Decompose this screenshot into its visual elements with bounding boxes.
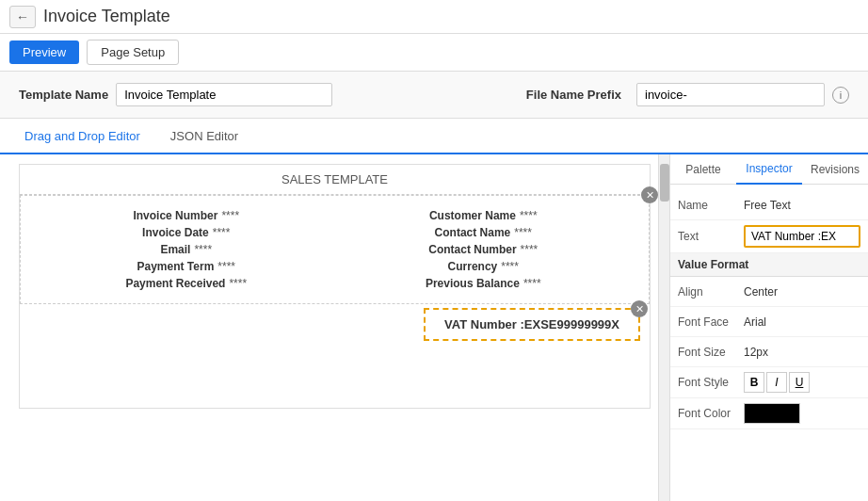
- file-name-prefix-input[interactable]: [636, 83, 825, 106]
- vat-close-button[interactable]: ✕: [631, 300, 648, 317]
- tab-drag-drop-editor[interactable]: Drag and Drop Editor: [9, 119, 155, 154]
- sales-template: SALES TEMPLATE ✕ Invoice Number **** Cus…: [19, 164, 651, 409]
- list-item: Payment Term ****: [38, 260, 335, 273]
- preview-button[interactable]: Preview: [9, 40, 79, 64]
- inspector-align-row: Align Center: [670, 277, 868, 307]
- prefix-section: File Name Prefix i: [526, 83, 849, 106]
- tab-json-editor[interactable]: JSON Editor: [155, 119, 253, 153]
- template-name-input[interactable]: [116, 83, 332, 106]
- inspector-font-color-label: Font Color: [678, 407, 744, 420]
- vat-box[interactable]: ✕ VAT Number :EXSE99999999X: [424, 308, 640, 341]
- list-item: Email ****: [38, 243, 335, 256]
- list-item: Currency ****: [335, 260, 633, 273]
- field-label-contact-number: Contact Number: [428, 243, 516, 256]
- file-name-prefix-label: File Name Prefix: [526, 88, 621, 102]
- panel-content: Name Free Text Text Value Format Align C…: [670, 185, 868, 501]
- inspector-font-style-label: Font Style: [678, 376, 744, 389]
- field-label-payment-term: Payment Term: [137, 260, 215, 273]
- field-value-invoice-number: ****: [221, 209, 239, 222]
- inspector-text-row: Text: [670, 220, 868, 253]
- inspector-font-size-row: Font Size 12px: [670, 337, 868, 367]
- field-value-contact-name: ****: [514, 226, 532, 239]
- inspector-font-face-row: Font Face Arial: [670, 307, 868, 337]
- list-item: Customer Name ****: [335, 209, 633, 222]
- tab-bar: Drag and Drop Editor JSON Editor: [0, 119, 868, 154]
- inspector-font-style-row: Font Style B I U: [670, 367, 868, 398]
- list-item: Invoice Number ****: [38, 209, 335, 222]
- back-button[interactable]: ←: [9, 6, 36, 28]
- field-value-currency: ****: [501, 260, 519, 273]
- sales-template-header: SALES TEMPLATE: [20, 165, 650, 195]
- bold-button[interactable]: B: [744, 372, 764, 393]
- field-value-customer-name: ****: [520, 209, 538, 222]
- inspector-align-label: Align: [678, 285, 744, 299]
- field-label-contact-name: Contact Name: [435, 226, 511, 239]
- right-panel: Palette Inspector Revisions Name Free Te…: [670, 154, 868, 501]
- field-label-invoice-date: Invoice Date: [142, 226, 209, 239]
- inspector-name-row: Name Free Text: [670, 190, 868, 220]
- panel-tab-palette[interactable]: Palette: [670, 154, 736, 184]
- font-style-buttons: B I U: [744, 372, 810, 393]
- toolbar: Preview Page Setup: [0, 34, 868, 72]
- inspector-font-size-value: 12px: [744, 346, 860, 359]
- field-value-payment-received: ****: [229, 277, 247, 290]
- back-arrow-icon: ←: [16, 9, 29, 24]
- inspector-text-label: Text: [678, 230, 744, 243]
- field-value-invoice-date: ****: [213, 226, 231, 239]
- vat-section-wrapper: ✕ VAT Number :EXSE99999999X: [20, 304, 650, 348]
- list-item: Invoice Date ****: [38, 226, 335, 239]
- inspector-align-value: Center: [744, 285, 860, 299]
- value-format-header: Value Format: [670, 253, 868, 277]
- canvas-scroll[interactable]: SALES TEMPLATE ✕ Invoice Number **** Cus…: [0, 154, 669, 501]
- page-setup-button[interactable]: Page Setup: [87, 40, 179, 65]
- template-name-label: Template Name: [19, 88, 108, 102]
- header: ← Invoice Template: [0, 0, 868, 34]
- field-value-payment-term: ****: [217, 260, 235, 273]
- field-label-customer-name: Customer Name: [429, 209, 516, 222]
- field-value-email: ****: [194, 243, 212, 256]
- list-item: Contact Number ****: [335, 243, 633, 256]
- underline-button[interactable]: U: [789, 372, 810, 393]
- field-label-invoice-number: Invoice Number: [133, 209, 217, 222]
- field-value-contact-number: ****: [521, 243, 538, 256]
- inspector-font-color-row: Font Color: [670, 398, 868, 429]
- list-item: Contact Name ****: [335, 226, 633, 239]
- scrollbar[interactable]: [658, 154, 669, 501]
- list-item: Payment Received ****: [38, 277, 335, 290]
- italic-button[interactable]: I: [766, 372, 787, 393]
- panel-tab-revisions[interactable]: Revisions: [802, 154, 868, 184]
- panel-tab-inspector[interactable]: Inspector: [736, 154, 802, 185]
- template-name-row: Template Name File Name Prefix i: [0, 72, 868, 119]
- inspector-font-face-value: Arial: [744, 315, 860, 329]
- field-label-payment-received: Payment Received: [125, 277, 225, 290]
- font-color-swatch[interactable]: [744, 403, 800, 424]
- main-area: SALES TEMPLATE ✕ Invoice Number **** Cus…: [0, 154, 868, 501]
- invoice-fields: Invoice Number **** Customer Name **** I…: [28, 203, 641, 296]
- scrollbar-thumb: [660, 164, 669, 202]
- inspector-name-value: Free Text: [744, 199, 860, 212]
- vat-text: VAT Number :EXSE99999999X: [444, 317, 619, 331]
- inspector-text-input[interactable]: [744, 225, 860, 248]
- inspector-font-size-label: Font Size: [678, 346, 744, 359]
- list-item: Previous Balance ****: [335, 277, 633, 290]
- inspector-font-face-label: Font Face: [678, 315, 744, 329]
- canvas-area: SALES TEMPLATE ✕ Invoice Number **** Cus…: [0, 154, 670, 501]
- page-title: Invoice Template: [43, 7, 170, 26]
- inspector-name-label: Name: [678, 199, 744, 212]
- panel-tabs: Palette Inspector Revisions: [670, 154, 868, 185]
- fields-section-close[interactable]: ✕: [641, 186, 658, 203]
- field-label-previous-balance: Previous Balance: [426, 277, 520, 290]
- field-value-previous-balance: ****: [523, 277, 541, 290]
- info-icon[interactable]: i: [832, 87, 849, 104]
- field-label-currency: Currency: [448, 260, 498, 273]
- fields-section: ✕ Invoice Number **** Customer Name ****: [20, 195, 650, 304]
- field-label-email: Email: [160, 243, 190, 256]
